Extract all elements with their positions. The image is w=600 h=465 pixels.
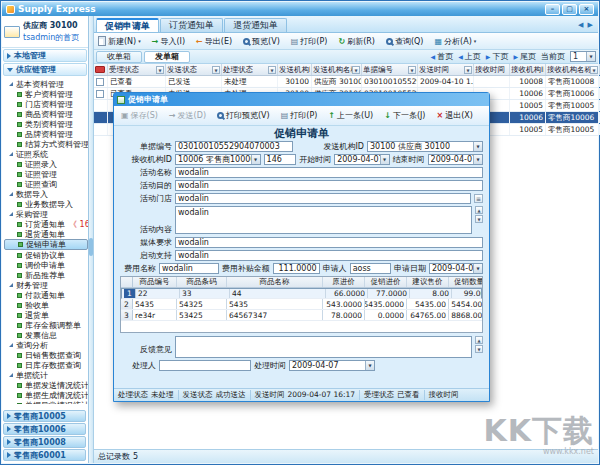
- next-page-button[interactable]: ▶下页: [486, 51, 509, 62]
- handle-time-select[interactable]: 2009-04-07▼: [289, 360, 375, 371]
- grid-row[interactable]: 2 5435 54325 5435 543.0000 5435.0000 543…: [121, 299, 482, 310]
- print-preview-button[interactable]: 打印预览(V): [217, 110, 270, 121]
- sidebar-item[interactable]: 品牌资料管理: [4, 129, 88, 139]
- sidebar-item[interactable]: 调价申请单: [4, 260, 88, 270]
- grid-row[interactable]: 3 re34r 53425 64567347 78.0000 0.0000 64…: [121, 310, 482, 321]
- retailer-bar[interactable]: 零售商10005: [3, 410, 86, 422]
- import-button[interactable]: →导入(I): [152, 36, 185, 47]
- preview-button[interactable]: 预览(V): [243, 36, 280, 47]
- activity-stores-field[interactable]: wodalin: [175, 193, 471, 204]
- analyze-button[interactable]: ▦分析(A)▾: [434, 36, 476, 47]
- feedback-field[interactable]: [175, 336, 472, 358]
- grid-column-header[interactable]: 建议售价: [407, 277, 449, 287]
- column-header[interactable]: 发送机构ID: [278, 64, 312, 75]
- recv-org-select[interactable]: 10006 零售商10006▼: [175, 154, 261, 165]
- column-header[interactable]: 发送状态▼: [166, 64, 222, 75]
- sidebar-group[interactable]: 查询分析: [4, 340, 88, 350]
- sidebar-group[interactable]: 采购管理: [4, 209, 88, 219]
- filter-icon[interactable]: ▼: [464, 66, 472, 74]
- column-header[interactable]: 发送机构名称▼: [312, 64, 362, 75]
- close-button[interactable]: ×: [579, 4, 594, 15]
- prev-page-button[interactable]: ◀上页: [458, 51, 481, 62]
- last-page-button[interactable]: ▶尾页: [513, 51, 536, 62]
- export-button[interactable]: ←导出(E): [196, 36, 232, 47]
- sidebar-group[interactable]: 证照系统: [4, 149, 88, 159]
- current-page-select[interactable]: 1▼: [570, 51, 596, 62]
- grid-column-header[interactable]: 促销进价: [365, 277, 407, 287]
- sidebar-item[interactable]: 证照查询: [4, 179, 88, 189]
- filter-icon[interactable]: ▼: [268, 66, 276, 74]
- subsidy-amount-field[interactable]: 111.0000: [273, 263, 320, 274]
- store-picker-icon[interactable]: ≡: [474, 194, 483, 203]
- sidebar-item[interactable]: 库存金额调整单: [4, 320, 88, 330]
- tab-return-notice[interactable]: 退货通知单: [224, 18, 287, 32]
- previous-record-button[interactable]: ↑上一条(U): [328, 110, 373, 121]
- activity-content-field[interactable]: wodalin: [175, 206, 472, 234]
- fee-name-field[interactable]: wodalin: [159, 263, 219, 274]
- sidebar-item[interactable]: 门店资料管理: [4, 99, 88, 109]
- sidebar-item-selected[interactable]: 促销申请单: [4, 239, 88, 250]
- doc-no-field[interactable]: 03010010552904070003: [175, 141, 293, 152]
- inbox-tab[interactable]: 收单箱: [96, 51, 142, 63]
- retailer-bar[interactable]: 零售商60001: [3, 449, 86, 461]
- sidebar-item[interactable]: 日库存数据查询: [4, 360, 88, 370]
- sidebar-section-supply[interactable]: 供应链管理: [3, 63, 87, 76]
- send-org-select[interactable]: 30100 供应商 30100▼: [367, 141, 483, 152]
- column-header[interactable]: 单据编号▼: [362, 64, 418, 75]
- sidebar-item[interactable]: 付款通知单: [4, 290, 88, 300]
- user-home-link[interactable]: tsadmin的首页: [23, 32, 79, 43]
- sidebar-item[interactable]: 业务数据导入: [4, 199, 88, 209]
- exit-button[interactable]: ×退出(X): [436, 110, 472, 121]
- column-header[interactable]: 发送时间▼: [418, 64, 474, 75]
- sidebar-item[interactable]: 证照录入: [4, 159, 88, 169]
- column-header[interactable]: 接收机构ID: [510, 64, 546, 75]
- sidebar-group[interactable]: 数据导入: [4, 189, 88, 199]
- sidebar-item[interactable]: 单据生成情况统计: [4, 390, 88, 400]
- scroll-down-icon[interactable]: ▼: [475, 345, 483, 353]
- query-button[interactable]: 查询(Q): [386, 36, 424, 47]
- start-date-select[interactable]: 2009-04-07▼: [334, 154, 389, 165]
- new-button[interactable]: 新建(N)▾: [98, 36, 141, 47]
- grid-column-header[interactable]: 商品编号: [133, 277, 177, 287]
- launch-support-field[interactable]: wodalin: [175, 250, 483, 261]
- row-checkbox[interactable]: [96, 78, 104, 86]
- sidebar-group[interactable]: 财务管理: [4, 280, 88, 290]
- maximize-button[interactable]: ▢: [562, 4, 577, 15]
- applicant-field[interactable]: aoss: [350, 263, 391, 274]
- refresh-button[interactable]: ↻刷新(R): [338, 36, 375, 47]
- handler-field[interactable]: [159, 360, 251, 371]
- column-header[interactable]: 处理状态▼: [222, 64, 278, 75]
- grid-column-header[interactable]: 促销数量: [449, 277, 483, 287]
- end-date-select[interactable]: 2009-04-07▼: [428, 154, 483, 165]
- filter-icon[interactable]: ▼: [408, 66, 416, 74]
- column-header[interactable]: 接收机构名称▼: [546, 64, 600, 75]
- flag-column-header[interactable]: [94, 64, 108, 75]
- sidebar-item[interactable]: 日销售数据查询《 3 》: [4, 350, 88, 360]
- grid-column-header[interactable]: 原进价: [323, 277, 365, 287]
- row-checkbox[interactable]: [96, 90, 104, 98]
- dialog-title-bar[interactable]: 促销申请单: [114, 93, 489, 106]
- scroll-down-icon[interactable]: ▼: [475, 215, 483, 223]
- grid-column-header[interactable]: 商品名称: [227, 277, 323, 287]
- retailer-bar[interactable]: 零售商10008: [3, 436, 86, 448]
- sidebar-section-local[interactable]: 本地管理: [3, 49, 87, 62]
- sidebar-item[interactable]: 新品推荐单: [4, 270, 88, 280]
- column-header[interactable]: 接收时间: [474, 64, 510, 75]
- filter-icon[interactable]: ▼: [590, 66, 598, 74]
- filter-icon[interactable]: ▼: [352, 66, 360, 74]
- tab-order-notice[interactable]: 订货通知单: [160, 18, 223, 32]
- first-page-button[interactable]: ◀首页: [431, 51, 454, 62]
- grid-row-selected[interactable]: 1 22 33 44 66.0000 77.0000 8.00 99.000: [121, 288, 482, 299]
- sidebar-item[interactable]: 类别资料管理: [4, 119, 88, 129]
- activity-name-field[interactable]: wodalin: [175, 167, 483, 178]
- column-header[interactable]: 受理状态▼: [108, 64, 166, 75]
- outbox-tab[interactable]: 发单箱: [144, 51, 190, 63]
- scroll-up-icon[interactable]: ▲: [475, 206, 483, 214]
- sidebar-item[interactable]: 验收单: [4, 300, 88, 310]
- print-button[interactable]: ▤打印(P): [281, 110, 318, 121]
- apply-date-select[interactable]: 2009-04-07▼: [429, 263, 483, 274]
- tab-promotion-request[interactable]: 促销申请单: [96, 18, 159, 32]
- tab-scroll-arrows-icon[interactable]: ◀ ▶: [578, 21, 596, 32]
- send-button[interactable]: →发送(D): [169, 110, 206, 121]
- sidebar-item[interactable]: 发票信息: [4, 330, 88, 340]
